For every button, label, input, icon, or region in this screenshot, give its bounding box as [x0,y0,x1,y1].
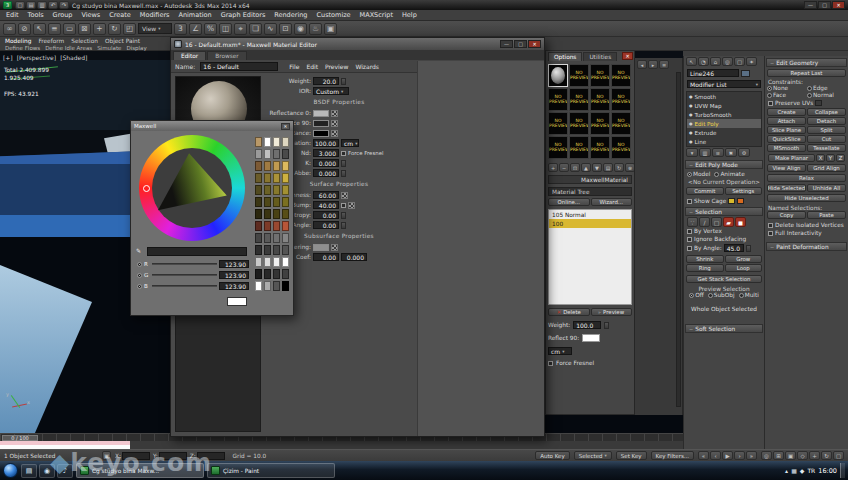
visibility-bulb-icon[interactable]: ● [689,94,693,99]
attenuation-field[interactable]: 100.00 [313,139,339,147]
palette-swatch[interactable] [255,185,262,195]
preview-option-off[interactable]: Off [689,292,704,298]
relax-button[interactable]: Relax [767,174,846,182]
ribbon-tool-define-flows[interactable]: Define Flows [5,45,40,51]
zoom-all-icon[interactable]: ⊞ [773,451,784,460]
maxwell-titlebar[interactable]: 16 - Default.mxm* - Maxwell Material Edi… [171,38,544,50]
palette-swatch[interactable] [273,137,280,147]
maxwell-menu-wizards[interactable]: Wizards [355,63,379,70]
palette-swatch[interactable] [282,173,289,183]
ignore-backfacing-checkbox[interactable] [687,237,692,242]
force-fresnel-checkbox[interactable] [548,361,553,366]
percent-snap-icon[interactable]: % [204,23,217,35]
bump-checkbox[interactable] [341,203,346,208]
clock[interactable]: 16:00 [818,467,837,475]
minimize-button[interactable]: — [500,40,513,48]
mirror-icon[interactable]: ◫ [219,23,232,35]
make-planar-button[interactable]: Make Planar [768,154,815,162]
menu-item-tools[interactable]: Tools [28,11,44,19]
get-stack-selection-button[interactable]: Get Stack Selection [686,275,762,283]
palette-swatch[interactable] [282,257,289,267]
material-slot[interactable]: NO PREVIEW [569,136,589,159]
by-angle-checkbox[interactable] [687,246,692,251]
palette-swatch[interactable] [255,137,262,147]
viewport-view-menu[interactable]: [Perspective] [17,54,56,61]
menu-item-animation[interactable]: Animation [179,11,212,19]
grow-button[interactable]: Grow [725,255,763,263]
menu-item-modifiers[interactable]: Modifiers [140,11,170,19]
hex-value-field[interactable] [147,247,247,256]
taskbar-window-izim-paint[interactable]: Çizim - Paint [207,463,335,478]
eg-button-quickslice[interactable]: QuickSlice [767,135,806,143]
palette-swatch[interactable] [264,245,271,255]
close-icon[interactable]: ✕ [281,123,290,130]
zoom-icon[interactable]: ◎ [761,451,772,460]
scattering-texture-button[interactable] [331,244,338,251]
menu-item-group[interactable]: Group [53,11,73,19]
abbe-field[interactable]: 0.000 [313,169,339,177]
edge-mode-icon[interactable]: ∕ [699,217,710,227]
palette-swatch[interactable] [273,209,280,219]
modifier-stack-item[interactable]: ●Line [687,137,761,146]
eg-button-detach[interactable]: Detach [807,117,846,125]
play-icon[interactable]: ▶ [722,451,733,460]
object-color-swatch[interactable] [741,70,750,77]
palette-swatch[interactable] [282,281,289,291]
maximize-viewport-icon[interactable]: ▢ [833,451,844,460]
material-name-field[interactable]: 16 - Default [200,62,278,71]
save-file-icon[interactable]: ▥ [37,1,47,9]
k-field[interactable]: 0.000 [313,159,339,167]
eg-button-split[interactable]: Split [807,126,846,134]
language-indicator[interactable]: TR [807,467,815,474]
menu-item-help[interactable]: Help [402,11,417,19]
modify-tab-icon[interactable]: ◔ [698,57,709,66]
modifier-stack-item[interactable]: ●Edit Poly [687,119,761,128]
coordinate-field[interactable] [197,452,225,460]
palette-swatch[interactable] [273,245,280,255]
angle-spinner[interactable] [341,222,346,229]
start-button[interactable] [3,463,18,478]
channel-value[interactable]: 123.90 [219,260,249,268]
render-setup-icon[interactable]: ♨ [309,23,322,35]
hue-wheel[interactable] [139,135,245,241]
zoom-extents-icon[interactable]: ▣ [785,451,796,460]
schematic-view-icon[interactable]: ⊡ [279,23,292,35]
channel-slider[interactable] [152,263,217,265]
selection-lock-icon[interactable]: ▣ [102,451,111,460]
menu-item-graph-editors[interactable]: Graph Editors [221,11,266,19]
reflectance90-texture-button[interactable] [331,120,338,127]
color-picker-titlebar[interactable]: Maxwell ✕ [131,121,293,131]
unlink-selection-icon[interactable]: ⊘ [18,23,31,35]
wizard-button[interactable]: Wizard... [591,198,633,206]
rollout-paint-deformation[interactable]: Paint Deformation [766,242,847,251]
previous-frame-icon[interactable]: ‹ [710,451,721,460]
utilities-tab-icon[interactable]: ✦ [746,57,757,66]
ribbon-tool-define-idle-areas[interactable]: Define Idle Areas [45,45,92,51]
palette-swatch[interactable] [273,269,280,279]
reflectance0-color-swatch[interactable] [313,110,329,117]
key-filters-button[interactable]: Key Filters... [651,451,694,460]
close-icon[interactable]: ✕ [622,52,633,60]
panel-menu-icon[interactable]: ≡ [659,60,669,69]
eg-button-create[interactable]: Create [767,108,806,116]
close-icon[interactable]: ✕ [528,40,541,48]
maxwell-tab-editor[interactable]: Editor [173,51,206,60]
configure-modifier-sets-icon[interactable]: ⚙ [738,148,750,157]
strip-scrollbar[interactable] [676,72,681,407]
palette-swatch[interactable] [273,281,280,291]
make-planar-axis-x[interactable]: X [816,154,825,162]
select-scale-icon[interactable]: ◰ [123,23,136,35]
select-rotate-icon[interactable]: ↻ [108,23,121,35]
pan-icon[interactable]: + [809,451,820,460]
snap-toggle-icon[interactable]: 3 [174,23,187,35]
field-of-view-icon[interactable]: ◇ [797,451,808,460]
maxscript-mini-listener[interactable] [0,441,683,449]
modifier-stack-item[interactable]: ●TurboSmooth [687,110,761,119]
make-unique-icon[interactable]: ≋ [712,148,724,157]
refresh-preview-icon[interactable]: ↻ [614,163,624,172]
duplicate-material-icon[interactable]: ⊡ [570,163,580,172]
eg-button-slice-plane[interactable]: Slice Plane [767,126,806,134]
show-desktop-button[interactable] [840,463,845,478]
rollout-soft-selection[interactable]: Soft Selection [685,324,763,333]
palette-swatch[interactable] [255,161,262,171]
